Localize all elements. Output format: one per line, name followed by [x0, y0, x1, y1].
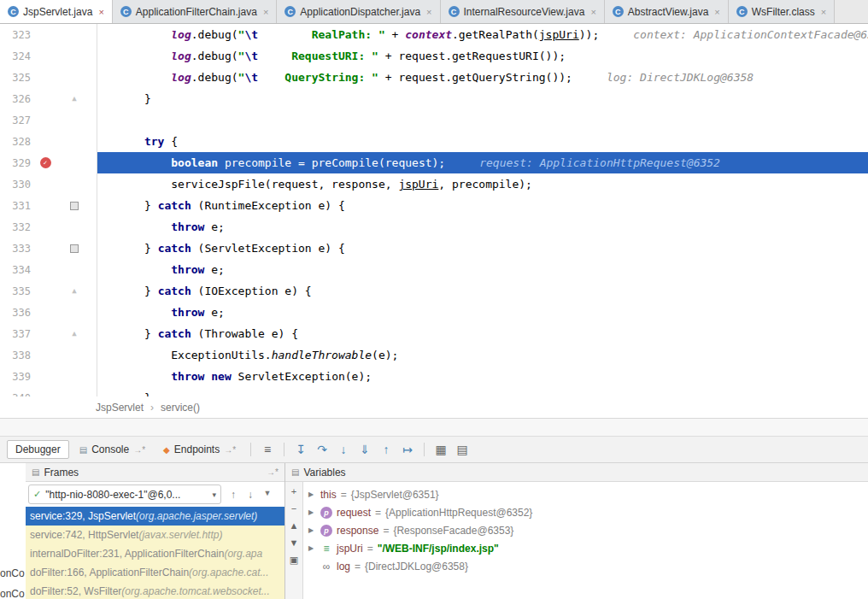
code-line[interactable]: throw e;: [97, 302, 868, 323]
variable-row[interactable]: ▶this={JspServlet@6351}: [303, 485, 868, 503]
inline-debug-hint: request: ApplicationHttpRequest@6352: [479, 156, 720, 169]
move-watch-down-icon[interactable]: ▼: [290, 538, 299, 548]
code-line[interactable]: }: [97, 88, 868, 109]
fold-marker-icon[interactable]: ▲: [72, 95, 76, 103]
frame-package: (org.apa: [224, 548, 262, 560]
tab-console[interactable]: ▤Console→*: [72, 441, 153, 458]
editor-line: 329✓ boolean precompile = preCompile(req…: [0, 152, 868, 173]
run-to-cursor-icon[interactable]: ↦: [398, 443, 417, 455]
frame-row[interactable]: service:742, HttpServlet (javax.servlet.…: [26, 526, 284, 544]
code-line[interactable]: }: [97, 387, 868, 396]
expand-arrow-icon[interactable]: ▶: [308, 508, 316, 516]
code-line[interactable]: } catch (RuntimeException e) {: [97, 195, 868, 216]
code-token: }: [104, 285, 158, 297]
code-line[interactable]: try {: [97, 131, 868, 152]
code-token: catch: [158, 199, 191, 212]
breakpoint-zone[interactable]: ✓: [31, 157, 60, 168]
layout-editor-icon[interactable]: ▤: [453, 443, 472, 455]
next-frame-icon[interactable]: ↓: [242, 489, 259, 501]
fold-marker-icon[interactable]: [70, 244, 79, 253]
add-watch-icon[interactable]: +: [291, 487, 296, 496]
code-token: .getRealPath(: [452, 28, 539, 41]
variable-name: this: [320, 489, 337, 501]
step-out-icon[interactable]: ↑: [377, 443, 396, 455]
editor[interactable]: 323 log.debug("\t RealPath: " + context.…: [0, 24, 868, 396]
code-line[interactable]: log.debug("\t RealPath: " + context.getR…: [97, 24, 868, 45]
code-line[interactable]: ExceptionUtils.handleThrowable(e);: [97, 344, 868, 366]
fold-marker-icon[interactable]: ▲: [72, 330, 76, 338]
code-line[interactable]: } catch (IOException e) {: [97, 280, 868, 302]
code-line[interactable]: [97, 109, 868, 131]
show-execution-point-icon[interactable]: ↧: [291, 443, 310, 455]
line-number: 328: [0, 136, 31, 148]
evaluate-expression-icon[interactable]: ▦: [431, 443, 450, 455]
previous-frame-icon[interactable]: ↑: [225, 489, 242, 501]
filter-frames-icon[interactable]: ▼: [259, 489, 276, 501]
tab-ApplicationDispatcher.java[interactable]: CApplicationDispatcher.java×: [277, 0, 440, 23]
code-line[interactable]: } catch (ServletException e) {: [97, 238, 868, 259]
fold-marker-icon[interactable]: [70, 202, 79, 210]
thread-selector[interactable]: ✓ "http-nio-8080-exec-1"@6,0... ▾: [28, 484, 221, 504]
close-tab-icon[interactable]: ×: [98, 7, 103, 17]
code-line[interactable]: throw e;: [97, 259, 868, 280]
step-into-icon[interactable]: ↓: [334, 443, 353, 455]
fold-marker-icon[interactable]: ▲: [72, 287, 76, 295]
close-tab-icon[interactable]: ×: [426, 7, 431, 17]
breadcrumb-method[interactable]: service(): [161, 402, 200, 414]
line-number: 331: [0, 200, 31, 212]
code-line[interactable]: } catch (Throwable e) {: [97, 323, 868, 344]
step-over-icon[interactable]: ↷: [313, 443, 331, 455]
variable-row[interactable]: ▶≡jspUri="/WEB-INF/jsp/index.jsp": [303, 539, 868, 557]
force-step-into-icon[interactable]: ⇓: [355, 443, 374, 455]
tab-ApplicationFilterChain.java[interactable]: CApplicationFilterChain.java×: [113, 0, 278, 23]
code-line[interactable]: log.debug("\t RequestURI: " + request.ge…: [97, 45, 868, 67]
frame-row[interactable]: service:329, JspServlet (org.apache.jasp…: [26, 507, 284, 526]
close-tab-icon[interactable]: ×: [714, 7, 719, 17]
close-tab-icon[interactable]: ×: [590, 7, 595, 17]
breakpoint-icon[interactable]: ✓: [40, 157, 51, 168]
code-line[interactable]: serviceJspFile(request, response, jspUri…: [97, 173, 868, 195]
tab-endpoints[interactable]: ◆Endpoints→*: [155, 441, 243, 458]
variable-row[interactable]: ▶presponse={ResponseFacade@6353}: [303, 521, 868, 539]
tab-JspServlet.java[interactable]: CJspServlet.java×: [0, 0, 113, 23]
code-line[interactable]: throw new ServletException(e);: [97, 366, 868, 387]
code-token: RequestURI: ": [258, 50, 378, 62]
tab-InternalResourceView.java[interactable]: CInternalResourceView.java×: [441, 0, 605, 23]
expand-arrow-icon[interactable]: ▶: [308, 544, 316, 552]
breadcrumb-class[interactable]: JspServlet: [96, 402, 144, 414]
line-number: 338: [0, 349, 31, 361]
tab-WsFilter.class[interactable]: CWsFilter.class×: [729, 0, 835, 23]
background-text-fragment: onCo: [0, 567, 25, 579]
variable-row[interactable]: ∞log={DirectJDKLog@6358}: [303, 557, 868, 575]
gutter: 333: [0, 238, 97, 259]
duplicate-watch-icon[interactable]: ▣: [290, 555, 298, 565]
variable-row[interactable]: ▶prequest={ApplicationHttpRequest@6352}: [303, 503, 868, 521]
editor-line: 336 throw e;: [0, 302, 868, 323]
thread-row: ✓ "http-nio-8080-exec-1"@6,0... ▾ ↑↓▼: [26, 482, 284, 507]
frame-row[interactable]: doFilter:52, WsFilter (org.apache.tomcat…: [26, 582, 284, 599]
tab-AbstractView.java[interactable]: CAbstractView.java×: [605, 0, 729, 23]
frame-nav-icons: ↑↓▼: [225, 489, 276, 501]
ide-window: CJspServlet.java×CApplicationFilterChain…: [0, 0, 868, 599]
remove-watch-icon[interactable]: −: [291, 504, 296, 514]
move-watch-up-icon[interactable]: ▲: [290, 521, 299, 531]
tab-debugger[interactable]: Debugger: [7, 440, 69, 459]
close-tab-icon[interactable]: ×: [263, 7, 268, 17]
code-line[interactable]: log.debug("\t QueryString: " + request.g…: [97, 67, 868, 88]
layout-menu-icon[interactable]: ≡: [258, 443, 277, 455]
close-tab-icon[interactable]: ×: [821, 7, 826, 17]
editor-line: 330 serviceJspFile(request, response, js…: [0, 173, 868, 195]
frame-row[interactable]: internalDoFilter:231, ApplicationFilterC…: [26, 544, 284, 563]
editor-debugger-splitter[interactable]: [0, 418, 868, 436]
frame-location: service:742, HttpServlet: [30, 529, 138, 541]
expand-arrow-icon[interactable]: ▶: [308, 490, 316, 498]
variables-body: +−▲▼▣ ▶this={JspServlet@6351}▶prequest={…: [285, 482, 868, 599]
frame-package: (org.apache.cat...: [189, 567, 268, 578]
line-number: 323: [0, 29, 31, 41]
frame-row[interactable]: doFilter:166, ApplicationFilterChain (or…: [26, 563, 284, 582]
code-line[interactable]: throw e;: [97, 216, 868, 238]
expand-arrow-icon[interactable]: ▶: [308, 526, 316, 534]
code-token: .debug(: [191, 50, 238, 62]
variable-value: {ApplicationHttpRequest@6352}: [385, 507, 532, 519]
code-line[interactable]: boolean precompile = preCompile(request)…: [97, 152, 868, 173]
